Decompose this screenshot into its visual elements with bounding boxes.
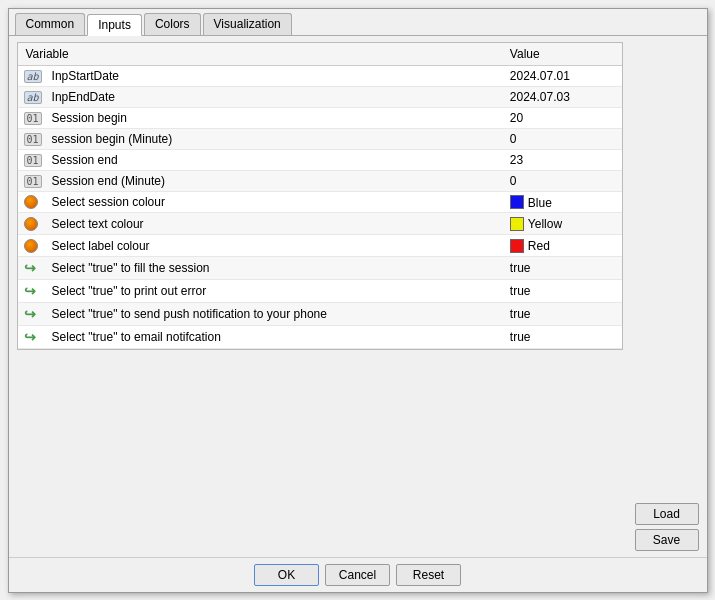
- row-value[interactable]: true: [502, 256, 622, 279]
- row-value[interactable]: Yellow: [502, 213, 622, 235]
- row-value[interactable]: 0: [502, 170, 622, 191]
- row-variable: Session end: [44, 149, 502, 170]
- row-value[interactable]: true: [502, 325, 622, 348]
- row-value[interactable]: Blue: [502, 191, 622, 213]
- table-row: abInpStartDate2024.07.01: [18, 65, 622, 86]
- table-row: 01Session end (Minute)0: [18, 170, 622, 191]
- row-value[interactable]: true: [502, 302, 622, 325]
- row-variable: Select session colour: [44, 191, 502, 213]
- table-row: ↪Select "true" to send push notification…: [18, 302, 622, 325]
- tabs-bar: Common Inputs Colors Visualization: [9, 9, 707, 36]
- footer: OK Cancel Reset: [9, 557, 707, 592]
- row-icon: ↪: [18, 279, 44, 302]
- row-value[interactable]: 2024.07.03: [502, 86, 622, 107]
- ok-button[interactable]: OK: [254, 564, 319, 586]
- table-row: ↪Select "true" to fill the sessiontrue: [18, 256, 622, 279]
- row-value[interactable]: 23: [502, 149, 622, 170]
- row-value[interactable]: Red: [502, 235, 622, 257]
- side-buttons: Load Save: [629, 42, 699, 551]
- table-row: 01session begin (Minute)0: [18, 128, 622, 149]
- row-icon: 01: [18, 170, 44, 191]
- row-icon: ↪: [18, 325, 44, 348]
- main-panel: Variable Value abInpStartDate2024.07.01a…: [17, 42, 623, 551]
- table-row: ↪Select "true" to print out errortrue: [18, 279, 622, 302]
- table-row: 01Session end23: [18, 149, 622, 170]
- row-variable: Select "true" to email notifcation: [44, 325, 502, 348]
- row-value[interactable]: 0: [502, 128, 622, 149]
- row-variable: InpStartDate: [44, 65, 502, 86]
- cancel-button[interactable]: Cancel: [325, 564, 390, 586]
- row-variable: Select "true" to print out error: [44, 279, 502, 302]
- row-icon: 01: [18, 149, 44, 170]
- dialog: Common Inputs Colors Visualization Varia…: [8, 8, 708, 593]
- row-variable: Select label colour: [44, 235, 502, 257]
- tab-inputs[interactable]: Inputs: [87, 14, 142, 36]
- row-icon: ↪: [18, 302, 44, 325]
- row-value[interactable]: 2024.07.01: [502, 65, 622, 86]
- color-label: Red: [528, 239, 550, 253]
- color-swatch: [510, 239, 524, 253]
- col-value-header: Value: [502, 43, 622, 66]
- table-row: Select text colourYellow: [18, 213, 622, 235]
- tab-visualization[interactable]: Visualization: [203, 13, 292, 35]
- color-label: Yellow: [528, 217, 562, 231]
- row-variable: Select "true" to send push notification …: [44, 302, 502, 325]
- row-icon: 01: [18, 128, 44, 149]
- color-label: Blue: [528, 195, 552, 209]
- color-swatch: [510, 217, 524, 231]
- row-value[interactable]: true: [502, 279, 622, 302]
- row-icon: [18, 213, 44, 235]
- tab-common[interactable]: Common: [15, 13, 86, 35]
- row-variable: Session end (Minute): [44, 170, 502, 191]
- table-row: Select label colourRed: [18, 235, 622, 257]
- table-container: Variable Value abInpStartDate2024.07.01a…: [17, 42, 623, 350]
- table-row: 01Session begin20: [18, 107, 622, 128]
- row-variable: Session begin: [44, 107, 502, 128]
- tab-colors[interactable]: Colors: [144, 13, 201, 35]
- col-variable-header: Variable: [18, 43, 502, 66]
- row-icon: 01: [18, 107, 44, 128]
- reset-button[interactable]: Reset: [396, 564, 461, 586]
- color-swatch: [510, 195, 524, 209]
- row-value[interactable]: 20: [502, 107, 622, 128]
- row-icon: ab: [18, 65, 44, 86]
- row-variable: session begin (Minute): [44, 128, 502, 149]
- row-variable: Select text colour: [44, 213, 502, 235]
- table-row: abInpEndDate2024.07.03: [18, 86, 622, 107]
- row-icon: ab: [18, 86, 44, 107]
- table-row: Select session colourBlue: [18, 191, 622, 213]
- row-icon: [18, 235, 44, 257]
- row-icon: [18, 191, 44, 213]
- table-row: ↪Select "true" to email notifcationtrue: [18, 325, 622, 348]
- load-button[interactable]: Load: [635, 503, 699, 525]
- row-variable: InpEndDate: [44, 86, 502, 107]
- save-button[interactable]: Save: [635, 529, 699, 551]
- inputs-table: Variable Value abInpStartDate2024.07.01a…: [18, 43, 622, 349]
- row-icon: ↪: [18, 256, 44, 279]
- row-variable: Select "true" to fill the session: [44, 256, 502, 279]
- content-area: Variable Value abInpStartDate2024.07.01a…: [9, 36, 707, 557]
